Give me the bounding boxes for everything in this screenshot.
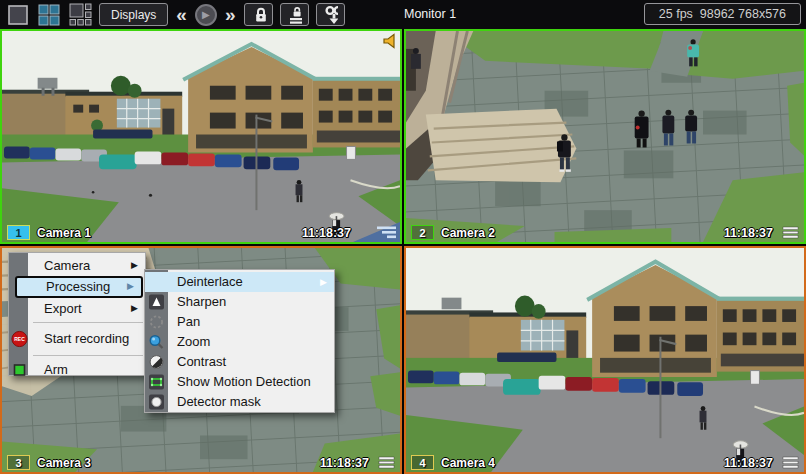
camera-name: Camera 2 [441, 226, 495, 240]
camera-timestamp: 11:18:37 [302, 226, 351, 240]
rec-icon: REC [11, 331, 28, 348]
camera-name: Camera 4 [441, 456, 495, 470]
rewind-icon[interactable]: « [175, 3, 188, 26]
arm-icon [11, 361, 28, 378]
camera-number-badge[interactable]: 2 [411, 225, 434, 240]
layout-quad-icon[interactable] [37, 3, 61, 27]
submenu-arrow-icon: ▶ [320, 272, 327, 292]
menu-item-processing[interactable]: Processing▶ [15, 276, 143, 298]
camera-timestamp: 11:18:37 [724, 226, 773, 240]
submenu-arrow-icon: ▶ [127, 277, 134, 295]
menu-item-export[interactable]: Export▶ [9, 298, 145, 319]
tape-export-button[interactable] [316, 3, 345, 26]
camera-number-badge[interactable]: 1 [7, 225, 30, 240]
camera-3-bar: 3 Camera 3 11:18:37 [2, 453, 400, 472]
motion-detection-icon [148, 374, 165, 391]
lock-layout-button[interactable] [280, 3, 309, 26]
contrast-icon [148, 354, 165, 371]
camera-2-tile[interactable]: 2 Camera 2 11:18:37 [404, 29, 806, 244]
camera-1-bar: 1 Camera 1 11:18:37 [2, 223, 400, 242]
camera-3-menu-icon[interactable] [378, 456, 395, 469]
menu-separator [33, 355, 143, 356]
processing-submenu: Deinterlace▶ Sharpen Pan Zoom [144, 269, 335, 413]
camera-2-bar: 2 Camera 2 11:18:37 [406, 223, 804, 242]
toolbar: Displays « ▶ » [0, 0, 806, 29]
menu-separator [33, 322, 143, 323]
camera-number-badge[interactable]: 3 [7, 455, 30, 470]
camera-number-badge[interactable]: 4 [411, 455, 434, 470]
zoom-icon [148, 334, 165, 351]
svg-text:REC: REC [14, 336, 25, 342]
camera-2-menu-icon[interactable] [782, 226, 799, 239]
submenu-item-sharpen[interactable]: Sharpen [145, 292, 334, 312]
camera-name: Camera 3 [37, 456, 91, 470]
lock-button[interactable] [244, 3, 273, 26]
camera-1-menu-corner[interactable] [353, 222, 400, 242]
lock-icon [251, 5, 266, 25]
camera-timestamp: 11:18:37 [724, 456, 773, 470]
layout-single-icon[interactable] [6, 3, 30, 27]
stream-status-badge: 25 fps 98962 768x576 [644, 3, 801, 25]
submenu-item-deinterlace[interactable]: Deinterlace▶ [145, 272, 334, 292]
submenu-arrow-icon: ▶ [131, 298, 138, 319]
submenu-arrow-icon: ▶ [131, 255, 138, 276]
pan-icon [148, 314, 165, 331]
detector-mask-icon [148, 394, 165, 411]
submenu-item-contrast[interactable]: Contrast [145, 352, 334, 372]
camera-4-menu-icon[interactable] [782, 456, 799, 469]
video-wall-app: Displays « ▶ » [0, 0, 806, 474]
audio-indicator-icon [382, 33, 397, 53]
menu-item-start-recording[interactable]: REC Start recording [9, 326, 145, 352]
camera-name: Camera 1 [37, 226, 91, 240]
camera-2-video [406, 31, 804, 242]
submenu-item-detector-mask[interactable]: Detector mask [145, 392, 334, 412]
camera-4-video [406, 248, 804, 472]
tape-download-icon [323, 4, 338, 26]
menu-item-arm[interactable]: Arm [9, 359, 145, 380]
submenu-item-zoom[interactable]: Zoom [145, 332, 334, 352]
lock-lines-icon [287, 5, 302, 25]
camera-4-bar: 4 Camera 4 11:18:37 [406, 453, 804, 472]
submenu-item-show-motion-detection[interactable]: Show Motion Detection [145, 372, 334, 392]
layout-multi-icon[interactable] [68, 3, 92, 27]
displays-button[interactable]: Displays [99, 3, 168, 26]
context-menu: Camera▶ Processing▶ Export▶ REC Start re… [8, 252, 146, 376]
submenu-item-pan[interactable]: Pan [145, 312, 334, 332]
camera-1-tile[interactable]: 1 Camera 1 11:18:37 [0, 29, 402, 244]
camera-1-video [2, 31, 400, 242]
menu-item-camera[interactable]: Camera▶ [9, 255, 145, 276]
play-icon[interactable]: ▶ [195, 4, 217, 26]
camera-4-tile[interactable]: 4 Camera 4 11:18:37 [404, 246, 806, 474]
fast-forward-icon[interactable]: » [224, 3, 237, 26]
monitor-title: Monitor 1 [404, 7, 456, 21]
sharpen-icon [148, 294, 165, 311]
camera-timestamp: 11:18:37 [320, 456, 369, 470]
